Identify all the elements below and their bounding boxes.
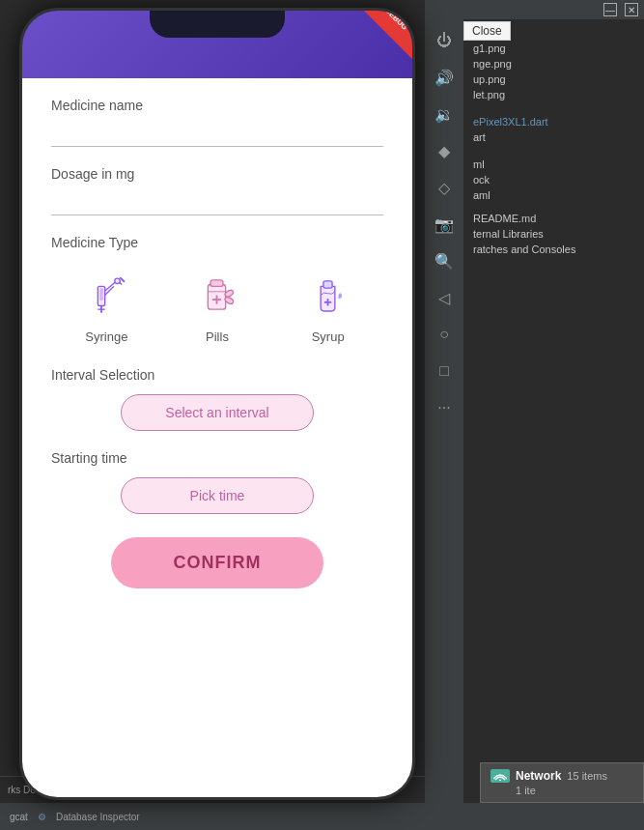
pick-time-button[interactable]: Pick time xyxy=(121,477,314,514)
svg-rect-17 xyxy=(323,280,332,287)
syringe-label: Syringe xyxy=(85,329,127,344)
starting-time-section: Starting time Pick time xyxy=(51,450,383,514)
power-icon[interactable]: ⏻ xyxy=(433,29,456,52)
logcat-label[interactable]: gcat xyxy=(10,812,28,822)
database-inspector-icon: ⚙ xyxy=(38,812,46,822)
interval-section: Interval Selection Select an interval xyxy=(51,367,383,431)
close-button[interactable]: ✕ xyxy=(625,3,638,16)
file-aml[interactable]: aml xyxy=(469,187,638,203)
network-icon xyxy=(490,769,510,783)
svg-point-0 xyxy=(499,780,501,782)
dosage-field: Dosage in mg xyxy=(51,166,383,215)
ide-topbar: — ✕ xyxy=(425,0,644,19)
phone-notch xyxy=(150,11,285,38)
debug-text: DEBUG xyxy=(383,8,409,32)
syrup-icon xyxy=(299,266,357,324)
medicine-type-section: Medicine Type xyxy=(51,235,383,344)
pills-label: Pills xyxy=(206,329,229,344)
medicine-name-input[interactable] xyxy=(51,121,383,147)
libraries-item[interactable]: ternal Libraries xyxy=(469,226,638,242)
ide-bottombar: gcat ⚙ Database Inspector xyxy=(0,803,644,830)
network-badge[interactable]: Network 15 items 1 ite xyxy=(480,762,644,803)
pills-icon xyxy=(188,266,246,324)
back-icon[interactable]: ◁ xyxy=(433,286,456,309)
network-extra: 1 ite xyxy=(490,785,633,796)
starting-time-label: Starting time xyxy=(51,450,383,466)
erase-icon[interactable]: ◇ xyxy=(433,176,456,199)
home-icon[interactable]: ○ xyxy=(433,323,456,346)
app-content: Medicine name Dosage in mg Medicine Type xyxy=(22,78,412,797)
database-inspector-label[interactable]: Database Inspector xyxy=(56,812,140,822)
file-pixel-dart[interactable]: ePixel3XL1.dart xyxy=(469,114,638,129)
recents-icon[interactable]: □ xyxy=(433,359,456,383)
minimize-button[interactable]: — xyxy=(603,3,617,16)
medicine-type-syrup[interactable]: Syrup xyxy=(299,266,357,344)
medicine-name-field: Medicine name xyxy=(51,98,383,147)
interval-section-title: Interval Selection xyxy=(51,367,383,383)
debug-badge: DEBUG xyxy=(364,11,412,59)
dosage-label: Dosage in mg xyxy=(51,166,383,182)
select-interval-button[interactable]: Select an interval xyxy=(121,394,314,431)
more-icon[interactable]: ··· xyxy=(433,396,456,419)
dosage-input[interactable] xyxy=(51,189,383,215)
svg-rect-11 xyxy=(211,279,224,285)
syrup-label: Syrup xyxy=(312,329,345,344)
medicine-type-syringe[interactable]: Syringe xyxy=(77,266,135,344)
file-let[interactable]: let.png xyxy=(469,87,638,102)
confirm-button[interactable]: CONFIRM xyxy=(111,537,323,588)
phone-frame: DEBUG Medicine name Dosage in mg Medicin… xyxy=(19,8,415,800)
diamond-icon[interactable]: ◆ xyxy=(433,139,456,162)
syringe-icon xyxy=(77,266,135,324)
close-tooltip: Close xyxy=(463,21,511,41)
medicine-type-pills[interactable]: Pills xyxy=(188,266,246,344)
medicine-name-label: Medicine name xyxy=(51,98,383,113)
camera-icon[interactable]: 📷 xyxy=(433,213,456,236)
network-label: Network xyxy=(516,769,561,783)
medicine-type-label: Medicine Type xyxy=(51,235,383,250)
volume-down-icon[interactable]: 🔉 xyxy=(433,102,456,126)
file-ock[interactable]: ock xyxy=(469,172,638,187)
svg-line-1 xyxy=(120,277,125,282)
file-g1[interactable]: g1.png xyxy=(469,41,638,56)
zoom-icon[interactable]: 🔍 xyxy=(433,249,456,272)
ide-main-panel: s g1.png nge.png up.png let.png ePixel3X… xyxy=(463,19,644,830)
file-ml[interactable]: ml xyxy=(469,157,638,172)
svg-point-9 xyxy=(115,278,121,284)
file-nge[interactable]: nge.png xyxy=(469,56,638,72)
ide-sidebar: ⏻ 🔊 🔉 ◆ ◇ 📷 🔍 ◁ ○ □ ··· xyxy=(425,19,463,830)
scratches-item[interactable]: ratches and Consoles xyxy=(469,242,638,257)
file-art[interactable]: art xyxy=(469,129,638,145)
readme-file[interactable]: README.md xyxy=(469,211,638,226)
svg-rect-4 xyxy=(99,288,103,301)
network-badge-title: Network 15 items xyxy=(490,769,633,783)
volume-icon[interactable]: 🔊 xyxy=(433,66,456,89)
file-up[interactable]: up.png xyxy=(469,72,638,87)
medicine-types-container: Syringe xyxy=(51,266,383,344)
network-items: 15 items xyxy=(567,770,607,782)
